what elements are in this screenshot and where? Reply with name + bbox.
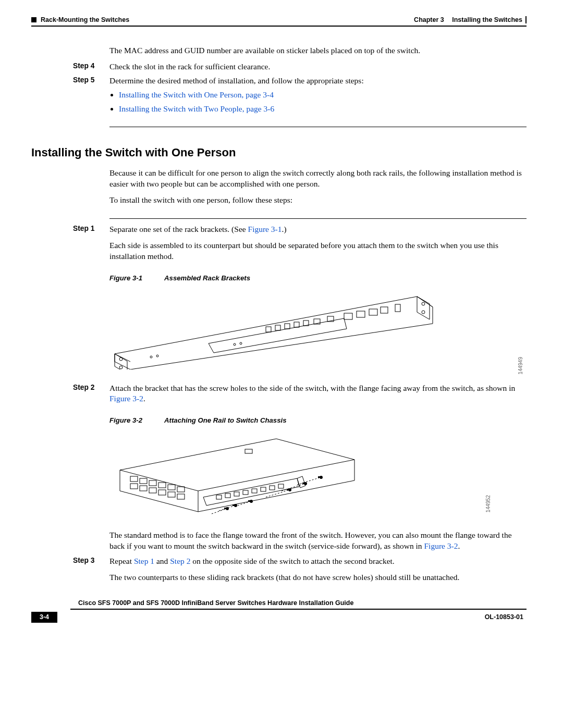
svg-rect-28	[245, 449, 252, 453]
svg-rect-60	[302, 483, 305, 484]
svg-rect-36	[140, 486, 147, 491]
figure-3-2: 144952	[109, 428, 527, 520]
figure-3-1-title: Assembled Rack Brackets	[164, 274, 250, 282]
footer-guide-title: Cisco SFS 7000P and SFS 7000D InfiniBand…	[78, 599, 527, 608]
p-step-2-label: Step 2	[73, 383, 109, 552]
p-step-1-text-2: Each side is assembled to its counterpar…	[109, 240, 527, 262]
svg-rect-33	[168, 485, 175, 490]
chapter-title: Installing the Switches	[452, 16, 522, 24]
svg-point-18	[119, 366, 123, 369]
figure-3-1: 144949	[109, 286, 527, 369]
page-footer: Cisco SFS 7000P and SFS 7000D InfiniBand…	[31, 599, 527, 623]
figure-3-2-title: Attaching One Rail to Switch Chassis	[164, 416, 286, 424]
figure-3-2-number: Figure 3-2	[109, 416, 142, 424]
section-separator	[109, 127, 527, 127]
header-square-icon	[31, 17, 36, 22]
svg-rect-6	[285, 324, 290, 329]
svg-rect-48	[270, 486, 275, 490]
svg-rect-68	[224, 508, 227, 509]
svg-rect-7	[294, 322, 299, 327]
p-step-3-text-a: Repeat	[109, 557, 134, 565]
figure-3-1-number: Figure 3-1	[109, 274, 142, 282]
section-paragraph-1: Because it can be difficult for one pers…	[109, 168, 527, 190]
svg-point-25	[240, 342, 242, 344]
step-2-link[interactable]: Step 2	[170, 557, 190, 565]
svg-marker-26	[120, 439, 354, 512]
p-step-1-label: Step 1	[73, 224, 109, 380]
svg-rect-47	[261, 487, 266, 491]
svg-point-21	[422, 311, 425, 314]
svg-rect-64	[248, 500, 251, 502]
svg-rect-38	[158, 490, 166, 495]
section-paragraph-2: To install the switch with one person, f…	[109, 195, 527, 206]
step-1-link[interactable]: Step 1	[134, 557, 154, 565]
svg-rect-45	[243, 490, 248, 495]
svg-point-23	[156, 355, 158, 357]
doc-number: OL-10853-01	[485, 613, 523, 622]
step-5-text: Determine the desired method of installa…	[109, 76, 527, 87]
svg-line-51	[297, 478, 319, 485]
p-step-3-text-2: The two counterparts to these sliding ra…	[109, 572, 527, 583]
p-step-1-text-a: Separate one set of the rack brackets. (…	[109, 225, 248, 233]
footer-rule	[70, 609, 527, 610]
step-5-bullet-1-link[interactable]: Installing the Switch with One Person, p…	[119, 90, 274, 99]
step-5-bullet-2-link[interactable]: Installing the Switch with Two People, p…	[119, 104, 274, 113]
svg-marker-19	[417, 297, 430, 319]
svg-point-22	[150, 356, 152, 358]
svg-marker-50	[297, 476, 305, 488]
svg-rect-44	[234, 492, 239, 496]
p-step-2-text-a: Attach the bracket that has the screw ho…	[109, 384, 515, 392]
svg-line-56	[212, 509, 225, 514]
svg-point-17	[119, 357, 123, 361]
chapter-label: Chapter 3	[414, 16, 444, 24]
svg-rect-29	[130, 476, 138, 482]
page-number-badge: 3-4	[31, 612, 57, 623]
steps-start-rule	[109, 218, 527, 219]
intro-paragraph: The MAC address and GUID number are avai…	[109, 45, 527, 56]
svg-rect-62	[287, 489, 290, 490]
svg-rect-32	[158, 483, 166, 488]
svg-rect-43	[225, 493, 230, 498]
p-step-3-text-b: on the opposite side of the switch to at…	[190, 557, 394, 565]
svg-rect-14	[381, 307, 388, 313]
svg-rect-12	[357, 311, 365, 317]
svg-rect-15	[395, 304, 400, 312]
svg-marker-3	[209, 318, 347, 353]
header-rule	[31, 26, 527, 27]
p-step-3-text-mid: and	[154, 557, 170, 565]
svg-rect-13	[369, 309, 377, 315]
svg-point-20	[422, 302, 425, 305]
p-step-3-label: Step 3	[73, 556, 109, 583]
svg-rect-66	[232, 504, 236, 506]
step-5-label: Step 5	[73, 76, 109, 118]
step-4-label: Step 4	[73, 61, 109, 72]
svg-rect-34	[177, 487, 185, 492]
svg-rect-58	[318, 476, 321, 478]
figure-3-2-link-2[interactable]: Figure 3-2	[424, 541, 458, 550]
svg-rect-4	[266, 327, 271, 332]
svg-rect-31	[149, 480, 156, 486]
p-step-2-text-b: .	[143, 394, 145, 403]
svg-rect-46	[252, 489, 257, 493]
svg-marker-0	[115, 297, 433, 369]
svg-rect-37	[149, 488, 156, 493]
post-figure-2-paragraph: The standard method is to face the flang…	[109, 530, 527, 552]
svg-rect-39	[168, 492, 175, 497]
figure-3-1-link[interactable]: Figure 3-1	[248, 225, 282, 233]
header-bar-icon	[525, 16, 527, 23]
step-4-text: Check the slot in the rack for sufficien…	[109, 61, 527, 72]
svg-rect-11	[344, 313, 352, 319]
svg-rect-30	[140, 478, 147, 484]
page-header: Rack-Mounting the Switches Chapter 3 Ins…	[31, 16, 527, 24]
figure-3-2-id: 144952	[485, 495, 492, 512]
p-step-1-text-b: .)	[282, 225, 287, 233]
section-heading-one-person: Installing the Switch with One Person	[31, 145, 527, 161]
figure-3-2-link[interactable]: Figure 3-2	[109, 394, 143, 403]
breadcrumb-section: Rack-Mounting the Switches	[41, 16, 129, 24]
svg-rect-42	[216, 495, 222, 499]
svg-rect-49	[278, 484, 284, 488]
svg-point-24	[234, 343, 236, 346]
svg-rect-40	[177, 494, 185, 499]
svg-rect-5	[275, 325, 280, 330]
svg-rect-35	[130, 484, 138, 489]
